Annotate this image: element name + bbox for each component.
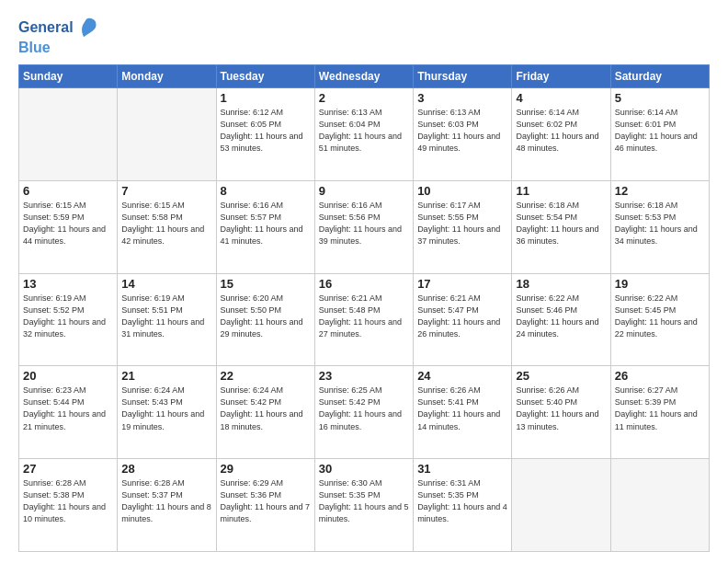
calendar-cell: 13Sunrise: 6:19 AM Sunset: 5:52 PM Dayli… — [19, 273, 118, 366]
day-info: Sunrise: 6:13 AM Sunset: 6:03 PM Dayligh… — [417, 107, 507, 155]
calendar-week-row: 1Sunrise: 6:12 AM Sunset: 6:05 PM Daylig… — [19, 88, 710, 181]
day-number: 23 — [319, 369, 409, 383]
calendar-cell: 19Sunrise: 6:22 AM Sunset: 5:45 PM Dayli… — [610, 273, 709, 366]
day-info: Sunrise: 6:17 AM Sunset: 5:55 PM Dayligh… — [417, 200, 507, 247]
day-number: 14 — [121, 277, 211, 291]
calendar-cell: 8Sunrise: 6:16 AM Sunset: 5:57 PM Daylig… — [216, 180, 314, 273]
day-info: Sunrise: 6:26 AM Sunset: 5:40 PM Dayligh… — [516, 385, 606, 432]
calendar-cell: 28Sunrise: 6:28 AM Sunset: 5:37 PM Dayli… — [118, 459, 216, 552]
calendar-cell: 25Sunrise: 6:26 AM Sunset: 5:40 PM Dayli… — [512, 366, 610, 459]
day-info: Sunrise: 6:25 AM Sunset: 5:42 PM Dayligh… — [319, 385, 409, 432]
calendar-day-header: Tuesday — [216, 65, 314, 88]
logo: GeneralBlue — [18, 15, 99, 55]
calendar-week-row: 6Sunrise: 6:15 AM Sunset: 5:59 PM Daylig… — [19, 180, 710, 273]
day-number: 11 — [516, 184, 606, 198]
calendar-cell: 15Sunrise: 6:20 AM Sunset: 5:50 PM Dayli… — [216, 273, 314, 366]
day-number: 8 — [221, 184, 311, 198]
calendar-day-header: Friday — [512, 65, 610, 88]
day-number: 9 — [319, 184, 409, 198]
day-number: 16 — [319, 277, 409, 291]
day-number: 30 — [319, 462, 409, 476]
calendar-cell: 29Sunrise: 6:29 AM Sunset: 5:36 PM Dayli… — [216, 459, 314, 552]
calendar-cell: 18Sunrise: 6:22 AM Sunset: 5:46 PM Dayli… — [512, 273, 610, 366]
day-info: Sunrise: 6:12 AM Sunset: 6:05 PM Dayligh… — [221, 107, 311, 155]
day-info: Sunrise: 6:28 AM Sunset: 5:37 PM Dayligh… — [121, 477, 211, 525]
day-number: 4 — [516, 91, 606, 105]
calendar-week-row: 27Sunrise: 6:28 AM Sunset: 5:38 PM Dayli… — [19, 459, 710, 552]
day-number: 26 — [615, 369, 705, 383]
day-info: Sunrise: 6:18 AM Sunset: 5:54 PM Dayligh… — [516, 200, 606, 247]
page: GeneralBlue SundayMondayTuesdayWednesday… — [0, 0, 728, 563]
day-info: Sunrise: 6:31 AM Sunset: 5:35 PM Dayligh… — [417, 477, 507, 525]
day-number: 18 — [516, 277, 606, 291]
day-info: Sunrise: 6:24 AM Sunset: 5:43 PM Dayligh… — [121, 385, 211, 432]
calendar-cell: 20Sunrise: 6:23 AM Sunset: 5:44 PM Dayli… — [19, 366, 118, 459]
calendar-cell — [118, 88, 216, 181]
calendar-cell: 14Sunrise: 6:19 AM Sunset: 5:51 PM Dayli… — [118, 273, 216, 366]
day-info: Sunrise: 6:16 AM Sunset: 5:56 PM Dayligh… — [319, 200, 409, 247]
calendar-cell: 3Sunrise: 6:13 AM Sunset: 6:03 PM Daylig… — [414, 88, 512, 181]
day-number: 1 — [221, 91, 311, 105]
day-number: 3 — [417, 91, 507, 105]
day-info: Sunrise: 6:26 AM Sunset: 5:41 PM Dayligh… — [417, 385, 507, 432]
calendar-day-header: Wednesday — [314, 65, 413, 88]
day-number: 17 — [417, 277, 507, 291]
day-number: 21 — [121, 369, 211, 383]
day-number: 13 — [23, 277, 113, 291]
calendar-cell — [512, 459, 610, 552]
calendar-cell: 24Sunrise: 6:26 AM Sunset: 5:41 PM Dayli… — [414, 366, 512, 459]
day-info: Sunrise: 6:14 AM Sunset: 6:01 PM Dayligh… — [615, 107, 705, 155]
day-info: Sunrise: 6:29 AM Sunset: 5:36 PM Dayligh… — [221, 477, 311, 525]
day-info: Sunrise: 6:22 AM Sunset: 5:46 PM Dayligh… — [516, 293, 606, 340]
logo-bird-icon — [74, 15, 99, 40]
calendar-week-row: 20Sunrise: 6:23 AM Sunset: 5:44 PM Dayli… — [19, 366, 710, 459]
calendar-day-header: Sunday — [19, 65, 118, 88]
day-info: Sunrise: 6:19 AM Sunset: 5:52 PM Dayligh… — [23, 293, 113, 340]
calendar-day-header: Thursday — [414, 65, 512, 88]
day-number: 19 — [615, 277, 705, 291]
day-number: 20 — [23, 369, 113, 383]
day-info: Sunrise: 6:20 AM Sunset: 5:50 PM Dayligh… — [221, 293, 311, 340]
day-info: Sunrise: 6:13 AM Sunset: 6:04 PM Dayligh… — [319, 107, 409, 155]
calendar-cell: 11Sunrise: 6:18 AM Sunset: 5:54 PM Dayli… — [512, 180, 610, 273]
calendar-cell: 26Sunrise: 6:27 AM Sunset: 5:39 PM Dayli… — [610, 366, 709, 459]
day-info: Sunrise: 6:24 AM Sunset: 5:42 PM Dayligh… — [221, 385, 311, 432]
day-number: 12 — [615, 184, 705, 198]
day-number: 2 — [319, 91, 409, 105]
calendar-week-row: 13Sunrise: 6:19 AM Sunset: 5:52 PM Dayli… — [19, 273, 710, 366]
day-number: 27 — [23, 462, 113, 476]
calendar-day-header: Saturday — [610, 65, 709, 88]
calendar-cell: 21Sunrise: 6:24 AM Sunset: 5:43 PM Dayli… — [118, 366, 216, 459]
day-number: 29 — [221, 462, 311, 476]
day-info: Sunrise: 6:15 AM Sunset: 5:59 PM Dayligh… — [23, 200, 113, 247]
calendar-cell: 2Sunrise: 6:13 AM Sunset: 6:04 PM Daylig… — [314, 88, 413, 181]
day-number: 15 — [221, 277, 311, 291]
day-number: 5 — [615, 91, 705, 105]
calendar-cell: 10Sunrise: 6:17 AM Sunset: 5:55 PM Dayli… — [414, 180, 512, 273]
calendar-header-row: SundayMondayTuesdayWednesdayThursdayFrid… — [19, 65, 710, 88]
calendar-cell: 5Sunrise: 6:14 AM Sunset: 6:01 PM Daylig… — [610, 88, 709, 181]
day-info: Sunrise: 6:19 AM Sunset: 5:51 PM Dayligh… — [121, 293, 211, 340]
calendar-day-header: Monday — [118, 65, 216, 88]
day-info: Sunrise: 6:28 AM Sunset: 5:38 PM Dayligh… — [23, 477, 113, 525]
calendar-cell: 4Sunrise: 6:14 AM Sunset: 6:02 PM Daylig… — [512, 88, 610, 181]
day-info: Sunrise: 6:15 AM Sunset: 5:58 PM Dayligh… — [121, 200, 211, 247]
day-info: Sunrise: 6:21 AM Sunset: 5:48 PM Dayligh… — [319, 293, 409, 340]
day-number: 6 — [23, 184, 113, 198]
header: GeneralBlue — [18, 15, 710, 55]
day-number: 31 — [417, 462, 507, 476]
calendar-cell: 27Sunrise: 6:28 AM Sunset: 5:38 PM Dayli… — [19, 459, 118, 552]
logo-blue-text: Blue — [18, 40, 51, 55]
calendar-cell: 16Sunrise: 6:21 AM Sunset: 5:48 PM Dayli… — [314, 273, 413, 366]
day-info: Sunrise: 6:23 AM Sunset: 5:44 PM Dayligh… — [23, 385, 113, 432]
calendar-cell: 31Sunrise: 6:31 AM Sunset: 5:35 PM Dayli… — [414, 459, 512, 552]
day-info: Sunrise: 6:16 AM Sunset: 5:57 PM Dayligh… — [221, 200, 311, 247]
calendar-cell: 23Sunrise: 6:25 AM Sunset: 5:42 PM Dayli… — [314, 366, 413, 459]
calendar-cell: 30Sunrise: 6:30 AM Sunset: 5:35 PM Dayli… — [314, 459, 413, 552]
calendar-cell: 1Sunrise: 6:12 AM Sunset: 6:05 PM Daylig… — [216, 88, 314, 181]
calendar-cell — [610, 459, 709, 552]
day-info: Sunrise: 6:14 AM Sunset: 6:02 PM Dayligh… — [516, 107, 606, 155]
day-number: 22 — [221, 369, 311, 383]
day-number: 28 — [121, 462, 211, 476]
day-number: 25 — [516, 369, 606, 383]
